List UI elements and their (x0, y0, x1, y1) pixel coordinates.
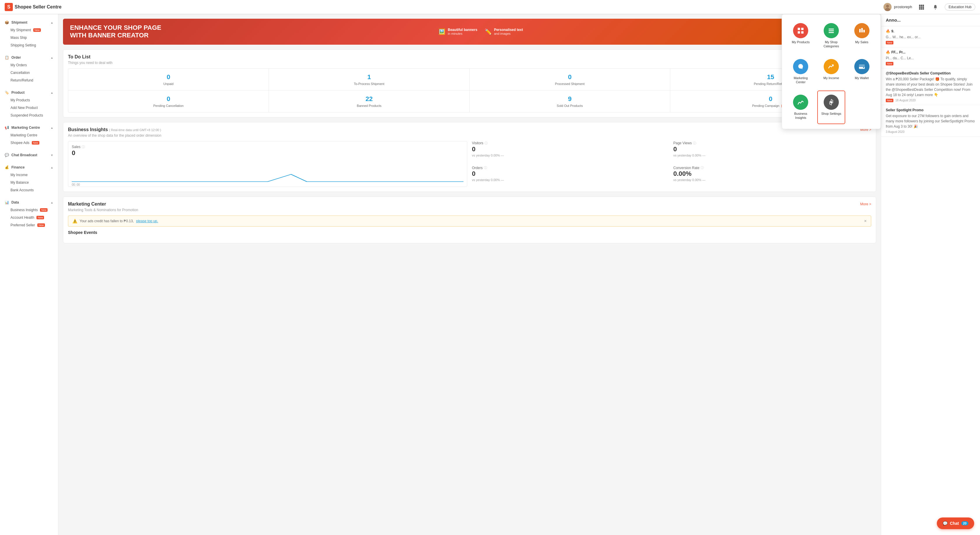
svg-rect-18 (829, 30, 834, 31)
grid-icon-button[interactable] (917, 2, 926, 12)
mc-alert-link[interactable]: please top up. (136, 219, 158, 223)
todo-item-to-process-shipment: 1 To-Process Shipment (269, 69, 469, 91)
svg-rect-20 (859, 29, 861, 32)
sidebar-item-my-orders[interactable]: My Orders (0, 61, 58, 69)
bell-icon (933, 5, 938, 10)
app-menu-item-business-insights[interactable]: Business Insights (787, 91, 815, 124)
todo-number-pending-cancel[interactable]: 0 (73, 95, 264, 103)
conversion-rate-sub: vs yesterday 0.00% — (673, 178, 872, 182)
data-arrow: ▲ (51, 201, 53, 204)
info-icon-sales: ⓘ (82, 145, 85, 149)
todo-number-unpaid[interactable]: 0 (73, 73, 264, 81)
new-badge-3: New (886, 99, 893, 102)
sidebar-item-shipping-setting[interactable]: Shipping Setting (0, 42, 58, 49)
app-menu-item-marketing-center[interactable]: Marketing Center (787, 55, 815, 88)
todo-number-banned[interactable]: 22 (274, 95, 465, 103)
sidebar-section-header-data[interactable]: 📊Data ▲ (0, 199, 58, 206)
shipment-arrow: ▲ (51, 21, 53, 24)
sidebar-section-data: 📊Data ▲ Business Insights New Account He… (0, 196, 58, 231)
todo-number-to-process[interactable]: 1 (274, 73, 465, 81)
sidebar-item-shopee-ads[interactable]: Shopee Ads New (0, 139, 58, 147)
todo-item-unpaid: 0 Unpaid (68, 69, 269, 91)
marketing-center-card: Marketing Center More > Marketing Tools … (63, 196, 876, 243)
svg-rect-17 (829, 29, 834, 29)
sidebar-item-add-new-product[interactable]: Add New Product (0, 104, 58, 112)
my-sales-label: My Sales (855, 40, 868, 44)
education-hub-button[interactable]: Education Hub (945, 3, 975, 11)
mc-alert-close-button[interactable]: ✕ (864, 219, 867, 223)
sidebar-section-product: 🏷️Product ▲ My Products Add New Product … (0, 86, 58, 121)
chat-button[interactable]: 💬 Chat 20 (937, 517, 974, 529)
svg-rect-22 (863, 30, 865, 32)
todo-card: To Do List Things you need to deal with … (63, 50, 876, 117)
finance-arrow: ▲ (51, 166, 53, 169)
sidebar-item-cancellation[interactable]: Cancellation (0, 69, 58, 77)
sidebar-item-preferred-seller[interactable]: Preferred Seller New (0, 221, 58, 229)
app-menu-item-my-wallet[interactable]: My Wallet (848, 55, 876, 88)
sidebar-item-my-income[interactable]: My Income (0, 171, 58, 179)
announcements-panel: Anno... 🔥9. G... W... he... ex... or... … (881, 14, 980, 535)
mc-more-link[interactable]: More > (860, 202, 871, 206)
marketing-arrow: ▲ (51, 126, 53, 129)
sales-chart-svg (72, 157, 463, 183)
app-menu-item-my-products[interactable]: My Products (787, 19, 815, 53)
banner-features: 🖼️ Beautiful banners in minutes ✏️ Perso… (438, 28, 523, 35)
mc-subtitle: Marketing Tools & Nominations for Promot… (68, 208, 871, 212)
bell-icon-button[interactable] (931, 2, 940, 12)
shipment-icon: 📦 (5, 21, 9, 24)
svg-rect-7 (921, 6, 922, 8)
new-badge: New (33, 28, 41, 32)
metric-page-views: Page Views ⓘ 0 vs yesterday 0.00% — (673, 141, 872, 162)
new-badge: New (40, 208, 48, 212)
sidebar-item-business-insights[interactable]: Business Insights New (0, 206, 58, 214)
finance-section-label: 💰Finance (5, 165, 24, 169)
sidebar-item-mass-ship[interactable]: Mass Ship (0, 34, 58, 42)
sidebar-section-header-finance[interactable]: 💰Finance ▲ (0, 163, 58, 171)
sidebar-item-account-health[interactable]: Account Health New (0, 214, 58, 221)
sidebar-section-header-shipment[interactable]: 📦Shipment ▲ (0, 19, 58, 26)
bi-grid: Sales ⓘ 0 00: 00 Visitors (68, 141, 871, 187)
chat-arrow: ▼ (51, 153, 53, 157)
sidebar: 📦Shipment ▲ My Shipment New Mass Ship Sh… (0, 14, 58, 535)
sidebar-item-marketing-centre[interactable]: Marketing Centre (0, 131, 58, 139)
info-icon-pageviews: ⓘ (693, 141, 696, 145)
finance-icon: 💰 (5, 165, 9, 169)
sidebar-section-chat: 💬Chat Broadcast ▼ (0, 149, 58, 161)
app-menu-item-shop-settings[interactable]: Shop Settings (817, 91, 846, 124)
sidebar-item-suspended-products[interactable]: Suspended Products (0, 112, 58, 119)
grid-icon (919, 5, 924, 10)
app-menu-item-my-sales[interactable]: My Sales (848, 19, 876, 53)
banner-heading: ENHANCE YOUR SHOP PAGE WITH BANNER CREAT… (70, 24, 161, 40)
bi-realtime: ( Real-time data until GMT+8 12:00 ) (109, 128, 161, 132)
banner-feature-1: 🖼️ Beautiful banners in minutes (438, 28, 477, 35)
sidebar-item-return-refund[interactable]: Return/Refund (0, 77, 58, 84)
my-sales-icon (854, 23, 869, 38)
sidebar-section-header-chat[interactable]: 💬Chat Broadcast ▼ (0, 151, 58, 159)
sidebar-section-header-order[interactable]: 📋Order ▲ (0, 54, 58, 61)
chart-time-label: 00: 00 (72, 183, 463, 186)
sidebar-item-bank-accounts[interactable]: Bank Accounts (0, 186, 58, 194)
svg-rect-13 (798, 28, 800, 30)
svg-rect-4 (921, 5, 922, 6)
sidebar-item-my-balance[interactable]: My Balance (0, 179, 58, 186)
banner-left: ENHANCE YOUR SHOP PAGE WITH BANNER CREAT… (70, 24, 161, 40)
my-income-icon (824, 59, 839, 74)
warning-icon: ⚠️ (72, 219, 77, 224)
bi-title: Business Insights (68, 127, 108, 132)
todo-subtitle: Things you need to deal with (68, 61, 871, 65)
data-section-label: 📊Data (5, 200, 19, 204)
app-menu-item-my-income[interactable]: My Income (817, 55, 846, 88)
sidebar-section-header-marketing[interactable]: 📢Marketing Centre ▲ (0, 124, 58, 131)
sidebar-item-my-shipment[interactable]: My Shipment New (0, 26, 58, 34)
sidebar-item-my-products[interactable]: My Products (0, 96, 58, 104)
todo-number-sold-out[interactable]: 9 (474, 95, 665, 103)
bi-header: Business Insights ( Real-time data until… (68, 127, 871, 132)
mc-alert-text: Your ads credit has fallen to ₱0.13, (80, 219, 134, 223)
todo-number-processed[interactable]: 0 (474, 73, 665, 81)
sidebar-section-header-product[interactable]: 🏷️Product ▲ (0, 89, 58, 96)
fire-icon-1: 🔥 (886, 29, 890, 33)
app-menu-item-my-shop-categories[interactable]: My Shop Categories (817, 19, 846, 53)
new-badge: New (37, 216, 44, 219)
my-products-icon (793, 23, 808, 38)
mc-header: Marketing Center More > (68, 201, 871, 207)
